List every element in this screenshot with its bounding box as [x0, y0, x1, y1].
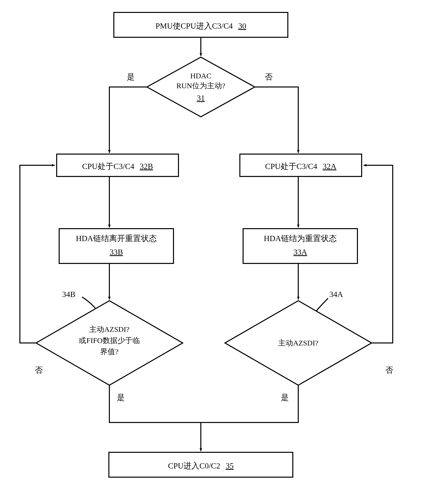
label-no-34a: 否: [385, 366, 393, 375]
decision-31-line1: HDAC: [190, 72, 211, 80]
decision-34b-line1: 主动AZSDI?: [89, 325, 129, 333]
process-box-30-text: PMU使CPU进入C3/C4 30: [155, 21, 246, 30]
process-box-32a-text: CPU处于C3/C4 32A: [265, 162, 337, 171]
connector-loop-34a: [364, 165, 393, 343]
label-no-34b: 否: [35, 366, 43, 375]
connector: [255, 87, 298, 153]
process-box-33b-text: HDA链结离开重置状态: [76, 234, 157, 243]
process-box-33b-ref: 33B: [110, 248, 123, 256]
flowchart: PMU使CPU进入C3/C4 30 HDAC RUN位为主动? 31 是 否 C…: [5, 5, 431, 504]
process-box-33a-ref: 33A: [293, 248, 307, 256]
process-box-33a-text: HDA链结为重置状态: [264, 234, 337, 243]
label-yes-34b: 是: [117, 393, 125, 402]
decision-34a-text: 主动AZSDI?: [278, 339, 318, 347]
callout-34a: 34A: [329, 290, 343, 299]
label-yes-31: 是: [127, 72, 135, 81]
label-no-31: 否: [265, 72, 273, 81]
connector-34a-yes: [201, 385, 298, 422]
process-box-32b-text: CPU处于C3/C4 32B: [82, 162, 153, 171]
connector-loop-34b: [20, 165, 55, 343]
label-yes-34a: 是: [281, 393, 289, 402]
decision-34b-line2: 或FIFO数据少于临: [79, 336, 140, 344]
decision-31-line2: RUN位为主动?: [176, 82, 225, 90]
callout-34b: 34B: [62, 290, 75, 299]
decision-34b-line3: 界值?: [100, 347, 118, 356]
connector: [109, 87, 147, 153]
decision-31-ref: 31: [197, 93, 205, 102]
